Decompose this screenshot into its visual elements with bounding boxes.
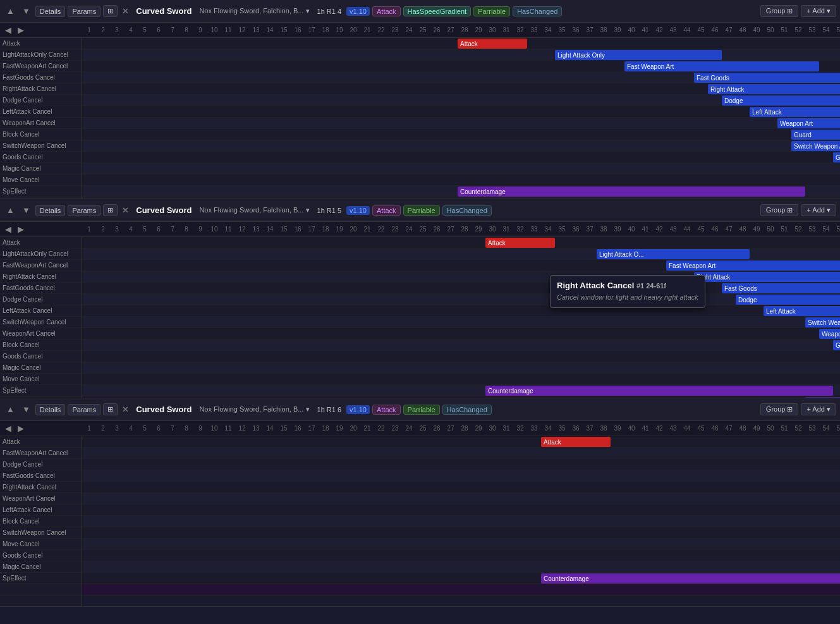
panel-up-button[interactable]: ▲ [4, 204, 17, 216]
add-button[interactable]: + Add ▾ [801, 204, 836, 216]
timeline-number: 11 [221, 23, 235, 38]
panel-up-button[interactable]: ▲ [4, 403, 17, 415]
params-button[interactable]: Params [68, 6, 100, 17]
clip[interactable]: Dodge [722, 95, 840, 106]
timeline-number: 28 [458, 222, 472, 237]
group-button[interactable]: Group ⊞ [760, 204, 799, 216]
timeline-number: 22 [374, 421, 388, 436]
clip[interactable]: Left Attack [764, 306, 840, 316]
timeline-right-button[interactable]: ▶ [15, 422, 27, 434]
timeline-right-button[interactable]: ▶ [15, 223, 27, 235]
clip[interactable]: Switch Weapon / Crouch / Jump [805, 317, 840, 327]
close-button[interactable]: ✕ [120, 405, 131, 414]
track-label: Dodge Cancel [0, 294, 82, 305]
weapon-combo[interactable]: Nox Flowing Sword, Falchion, B... ▾ [197, 7, 312, 15]
add-button[interactable]: + Add ▾ [801, 5, 836, 17]
clip[interactable]: Attack [458, 39, 527, 49]
params-button[interactable]: Params [68, 205, 100, 216]
timeline-number: 7 [166, 23, 180, 38]
tag-attack[interactable]: Attack [372, 205, 401, 216]
add-button[interactable]: + Add ▾ [801, 403, 836, 415]
clip[interactable]: Dodge [736, 295, 840, 305]
timeline-number: 26 [430, 23, 444, 38]
clip[interactable]: Light Attack O... [597, 249, 750, 259]
timeline-number: 10 [207, 421, 221, 436]
close-button[interactable]: ✕ [120, 205, 131, 215]
timeline-left-button[interactable]: ◀ [3, 422, 14, 434]
details-button[interactable]: Details [35, 404, 66, 415]
track-labels: AttackLightAttackOnly CancelFastWeaponAr… [0, 38, 82, 199]
clip[interactable]: Weapon Art [777, 118, 840, 128]
clip[interactable]: Guard [833, 340, 840, 350]
timeline-number: 32 [513, 222, 527, 237]
clip[interactable]: Counterdamage [458, 187, 805, 197]
details-button[interactable]: Details [35, 6, 66, 17]
tag-attack[interactable]: Attack [372, 6, 401, 16]
weapon-combo[interactable]: Nox Flowing Sword, Falchion, B... ▾ [197, 405, 312, 413]
tag-parriable[interactable]: Parriable [473, 6, 510, 16]
timeline-number: 18 [319, 421, 332, 436]
timeline-number: 21 [360, 222, 374, 237]
panel-down-button[interactable]: ▼ [20, 204, 33, 216]
details-button[interactable]: Details [35, 205, 66, 216]
clip[interactable]: Fast Weapon Art [666, 260, 840, 271]
timeline-number: 14 [263, 421, 277, 436]
timeline-number: 52 [791, 222, 805, 237]
track-row: Switch Weapon / Crouch / Jump [82, 527, 840, 539]
clip[interactable]: Counterdamage [541, 573, 840, 584]
timeline-left-button[interactable]: ◀ [3, 24, 14, 36]
track-row: Goods [82, 152, 840, 163]
tag-parriable[interactable]: Parriable [403, 205, 440, 216]
weapon-combo[interactable]: Nox Flowing Sword, Falchion, B... ▾ [197, 206, 312, 214]
clip[interactable]: Right Attack [708, 84, 840, 94]
clip[interactable]: Attack [541, 437, 611, 447]
tag-haschanged[interactable]: HasChanged [442, 205, 492, 216]
timeline-left-button[interactable]: ◀ [3, 223, 14, 235]
clip[interactable]: Right Attack [694, 272, 840, 282]
track-row: Left Attack [82, 305, 840, 317]
grid-button[interactable]: ⊞ [103, 403, 118, 415]
clip[interactable]: Fast Goods [694, 73, 840, 83]
tooltip-ref: #1 24-61f [636, 282, 666, 290]
group-button[interactable]: Group ⊞ [760, 5, 799, 17]
weapon-name: Curved Sword [133, 6, 194, 16]
tag-haschanged[interactable]: HasChanged [513, 6, 562, 16]
tag-haschanged[interactable]: HasChanged [442, 405, 492, 415]
timeline-header: ◀▶12345678910111213141516171819202122232… [0, 23, 840, 38]
panel-down-button[interactable]: ▼ [20, 403, 33, 415]
close-button[interactable]: ✕ [120, 6, 131, 16]
timeline-number: 8 [180, 421, 193, 436]
tag-attack[interactable]: Attack [372, 405, 401, 415]
timeline-number: 53 [805, 222, 819, 237]
clip[interactable]: Weapon Art [819, 329, 840, 339]
timeline-number: 43 [666, 23, 680, 38]
grid-button[interactable]: ⊞ [103, 204, 118, 216]
group-button[interactable]: Group ⊞ [760, 403, 799, 415]
panel-up-button[interactable]: ▲ [4, 5, 17, 17]
clip[interactable]: Fast Weapon Art [624, 61, 819, 71]
clip[interactable]: Light Attack Only [555, 50, 722, 60]
clip[interactable]: Goods [833, 152, 840, 162]
tag-parriable[interactable]: Parriable [403, 405, 440, 415]
clip[interactable]: Left Attack [750, 107, 840, 117]
clip[interactable]: Attack [485, 238, 555, 248]
timeline-number: 2 [96, 222, 110, 237]
track-label: Attack [0, 237, 82, 248]
clip[interactable]: Guard [791, 130, 840, 140]
timeline-number: 1 [82, 23, 96, 38]
panel-down-button[interactable]: ▼ [20, 5, 33, 17]
clip[interactable]: Counterdamage [485, 386, 833, 396]
timeline-number: 30 [485, 23, 499, 38]
timeline-number: 13 [249, 222, 263, 237]
timeline-number: 41 [638, 23, 652, 38]
timeline-right-button[interactable]: ▶ [15, 24, 27, 36]
track-label-extra [0, 396, 82, 398]
clip[interactable]: Fast Goods [722, 283, 840, 293]
guard-start-clip[interactable]: Guard Start Type 1 [805, 397, 840, 398]
params-button[interactable]: Params [68, 404, 100, 415]
timeline-number: 20 [346, 222, 360, 237]
clip[interactable]: Switch Weapon / Crouch / Jump [791, 141, 840, 151]
tag-hasspeedgradient[interactable]: HasSpeedGradient [403, 6, 472, 16]
grid-button[interactable]: ⊞ [103, 5, 118, 17]
track-label: Magic Cancel [0, 163, 82, 174]
